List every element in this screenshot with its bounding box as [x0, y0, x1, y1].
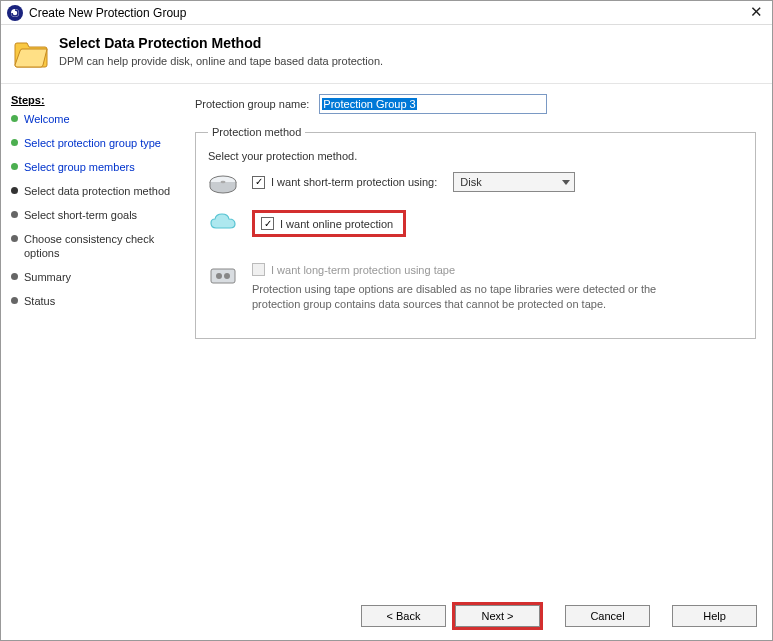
checkbox-icon: [261, 217, 274, 230]
sidebar-item-label: Status: [24, 294, 55, 308]
online-label: I want online protection: [280, 218, 393, 230]
group-name-input[interactable]: Protection Group 3: [319, 94, 547, 114]
sidebar-item-short-term-goals: Select short-term goals: [11, 208, 181, 222]
method-instruction: Select your protection method.: [208, 150, 743, 162]
sidebar-item-label: Select short-term goals: [24, 208, 137, 222]
bullet-icon: [11, 211, 18, 218]
page-subtitle: DPM can help provide disk, online and ta…: [59, 55, 760, 67]
bullet-icon: [11, 273, 18, 280]
next-button[interactable]: Next >: [455, 605, 540, 627]
cancel-button[interactable]: Cancel: [565, 605, 650, 627]
protection-method-group: Protection method Select your protection…: [195, 126, 756, 339]
steps-heading: Steps:: [11, 94, 181, 106]
sidebar-item-consistency: Choose consistency check options: [11, 232, 181, 260]
short-term-label: I want short-term protection using:: [271, 176, 437, 188]
steps-sidebar: Steps: Welcome Select protection group t…: [1, 84, 189, 593]
group-name-label: Protection group name:: [195, 98, 309, 110]
close-icon[interactable]: ✕: [746, 3, 766, 21]
svg-point-2: [221, 181, 226, 183]
svg-rect-3: [211, 269, 235, 283]
bullet-icon: [11, 115, 18, 122]
bullet-icon: [11, 139, 18, 146]
sidebar-item-status: Status: [11, 294, 181, 308]
tape-icon: [208, 263, 238, 287]
wizard-header: Select Data Protection Method DPM can he…: [1, 25, 772, 84]
sidebar-item-group-members[interactable]: Select group members: [11, 160, 181, 174]
sidebar-item-label: Summary: [24, 270, 71, 284]
sidebar-item-protection-method: Select data protection method: [11, 184, 181, 198]
disk-icon: [208, 172, 238, 196]
svg-point-5: [224, 273, 230, 279]
app-icon: [7, 5, 23, 21]
select-value: Disk: [460, 176, 481, 188]
sidebar-item-label: Select protection group type: [24, 136, 161, 150]
sidebar-item-label: Select group members: [24, 160, 135, 174]
bullet-icon: [11, 187, 18, 194]
tape-description: Protection using tape options are disabl…: [252, 282, 692, 312]
cloud-icon: [208, 210, 238, 234]
sidebar-item-label: Welcome: [24, 112, 70, 126]
online-option[interactable]: I want online protection: [261, 217, 393, 230]
back-button[interactable]: < Back: [361, 605, 446, 627]
bullet-icon: [11, 297, 18, 304]
sidebar-item-label: Choose consistency check options: [24, 232, 181, 260]
short-term-select[interactable]: Disk: [453, 172, 575, 192]
folder-icon: [13, 39, 49, 69]
sidebar-item-label: Select data protection method: [24, 184, 170, 198]
help-button[interactable]: Help: [672, 605, 757, 627]
checkbox-icon: [252, 176, 265, 189]
svg-point-4: [216, 273, 222, 279]
bullet-icon: [11, 235, 18, 242]
method-legend: Protection method: [208, 126, 305, 138]
title-bar: Create New Protection Group ✕: [1, 1, 772, 25]
checkbox-icon: [252, 263, 265, 276]
next-highlight: Next >: [452, 602, 543, 630]
main-panel: Protection group name: Protection Group …: [189, 84, 772, 593]
online-highlight: I want online protection: [252, 210, 406, 237]
page-title: Select Data Protection Method: [59, 35, 760, 51]
short-term-option[interactable]: I want short-term protection using:: [252, 176, 437, 189]
tape-label: I want long-term protection using tape: [271, 264, 455, 276]
sidebar-item-group-type[interactable]: Select protection group type: [11, 136, 181, 150]
tape-option: I want long-term protection using tape: [252, 263, 743, 276]
window-title: Create New Protection Group: [29, 6, 186, 20]
wizard-footer: < Back Next > Cancel Help: [0, 597, 773, 641]
sidebar-item-summary: Summary: [11, 270, 181, 284]
chevron-down-icon: [562, 180, 570, 185]
sidebar-item-welcome[interactable]: Welcome: [11, 112, 181, 126]
bullet-icon: [11, 163, 18, 170]
